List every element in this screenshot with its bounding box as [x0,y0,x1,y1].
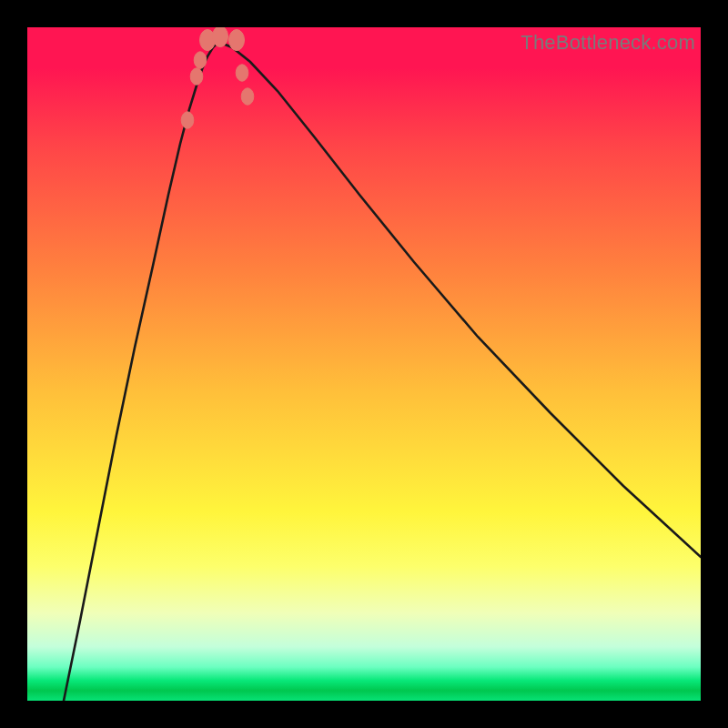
data-point-marker [190,68,203,85]
plot-area: TheBottleneck.com [27,27,701,701]
data-point-marker [229,30,245,51]
data-point-marker [213,27,228,47]
data-point-marker [241,88,254,105]
data-point-marker [236,65,248,81]
curve-svg [27,27,701,701]
marker-group [181,27,254,128]
curve-right-branch [218,42,701,557]
curve-left-branch [64,42,218,701]
data-point-marker [194,52,207,68]
chart-container: TheBottleneck.com [0,0,728,728]
data-point-marker [181,112,194,128]
